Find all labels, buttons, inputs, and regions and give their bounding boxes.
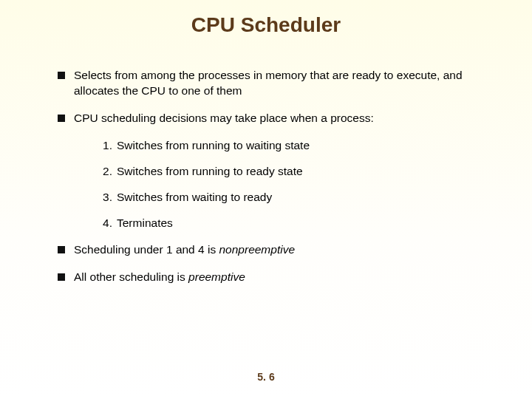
bullet-text: All other scheduling is preemptive [74, 270, 488, 285]
item-text: Terminates [117, 216, 488, 231]
bullet-item: All other scheduling is preemptive [58, 270, 488, 285]
numbered-item: 2. Switches from running to ready state [96, 164, 488, 180]
numbered-list: 1. Switches from running to waiting stat… [96, 138, 488, 231]
item-number: 4. [96, 216, 112, 231]
bullet-item: CPU scheduling decisions may take place … [58, 111, 488, 126]
emphasis-text: nonpreemptive [219, 243, 295, 256]
slide-title: CPU Scheduler [0, 13, 532, 37]
bullet-item: Scheduling under 1 and 4 is nonpreemptiv… [58, 242, 488, 258]
text-run: All other scheduling is [74, 270, 188, 283]
text-run: Scheduling under 1 and 4 is [74, 243, 219, 256]
square-bullet-icon [58, 115, 65, 122]
numbered-item: 1. Switches from running to waiting stat… [96, 138, 488, 154]
item-text: Switches from running to waiting state [117, 138, 488, 154]
item-number: 2. [96, 164, 112, 180]
square-bullet-icon [58, 72, 65, 79]
item-number: 3. [96, 190, 112, 205]
numbered-item: 4. Terminates [96, 216, 488, 231]
bullet-text: Selects from among the processes in memo… [74, 68, 488, 99]
numbered-item: 3. Switches from waiting to ready [96, 190, 488, 205]
bullet-text: CPU scheduling decisions may take place … [74, 111, 488, 126]
item-text: Switches from waiting to ready [117, 190, 488, 205]
slide: CPU Scheduler Selects from among the pro… [0, 0, 532, 399]
item-text: Switches from running to ready state [117, 164, 488, 180]
bullet-text: Scheduling under 1 and 4 is nonpreemptiv… [74, 242, 488, 258]
bullet-item: Selects from among the processes in memo… [58, 68, 488, 99]
slide-body: Selects from among the processes in memo… [58, 68, 488, 297]
square-bullet-icon [58, 246, 65, 253]
item-number: 1. [96, 138, 112, 154]
page-number: 5. 6 [0, 371, 532, 383]
emphasis-text: preemptive [188, 270, 245, 283]
square-bullet-icon [58, 273, 65, 281]
